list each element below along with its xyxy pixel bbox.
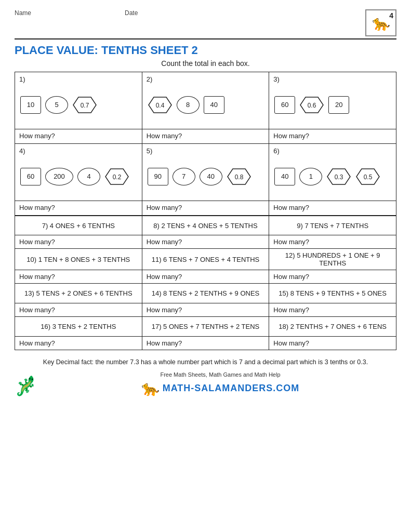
answer-4: How many? bbox=[15, 201, 142, 216]
word-12: 12) 5 HUNDREDS + 1 ONE + 9 TENTHS bbox=[269, 249, 396, 270]
answer-13: How many? bbox=[15, 303, 142, 317]
shape-hex-07: 0.7 bbox=[72, 96, 97, 114]
shape-hex-08: 0.8 bbox=[227, 168, 251, 185]
word-18: 18) 2 TENTHS + 7 ONES + 6 TENS bbox=[269, 317, 396, 337]
date-label: Date bbox=[125, 9, 138, 17]
box-4: 4) 60 200 4 0.2 bbox=[15, 144, 142, 201]
svg-text:0.6: 0.6 bbox=[308, 102, 316, 109]
footer-key-fact: Key Decimal fact: the number 7.3 has a w… bbox=[15, 357, 396, 367]
shape-square-90: 90 bbox=[148, 168, 168, 185]
word-10: 10) 1 TEN + 8 ONES + 3 TENTHS bbox=[15, 249, 142, 270]
word-grid: 7) 4 ONES + 6 TENTHS 8) 2 TENS + 4 ONES … bbox=[15, 216, 396, 350]
word-8: 8) 2 TENS + 4 ONES + 5 TENTHS bbox=[142, 216, 270, 235]
word-14: 14) 8 TENS + 2 TENTHS + 9 ONES bbox=[142, 284, 270, 303]
word-15: 15) 8 TENS + 9 TENTHS + 5 ONES bbox=[269, 284, 396, 303]
answer-5: How many? bbox=[142, 201, 270, 216]
answer-4-text: How many? bbox=[19, 204, 55, 211]
shape-hex-02: 0.2 bbox=[104, 168, 129, 185]
shape-hex-06: 0.6 bbox=[299, 96, 324, 114]
box-6-number: 6) bbox=[273, 147, 392, 155]
brand-logo-icon: 🐆 bbox=[141, 380, 160, 397]
brand-name: MATH-SALAMANDERS.COM bbox=[163, 383, 300, 394]
box-1: 1) 10 5 0.7 bbox=[15, 72, 142, 129]
shape-square-60b: 60 bbox=[20, 168, 41, 185]
answer-12: How many? bbox=[269, 270, 396, 284]
answer-7: How many? bbox=[15, 235, 142, 249]
brand-tagline: Free Math Sheets, Math Games and Math He… bbox=[160, 371, 280, 378]
shape-oval-4: 4 bbox=[77, 168, 100, 185]
name-date-area: Name Date bbox=[15, 9, 138, 17]
box-2-shapes: 0.4 8 40 bbox=[147, 85, 265, 124]
answer-18: How many? bbox=[269, 337, 396, 350]
shape-hex-03: 0.3 bbox=[326, 168, 351, 185]
svg-text:0.3: 0.3 bbox=[335, 174, 343, 181]
answer-9: How many? bbox=[269, 235, 396, 249]
answer-2-text: How many? bbox=[147, 132, 182, 140]
shape-grid: 1) 10 5 0.7 2) 0.4 8 40 3) 60 0.6 20 bbox=[15, 72, 396, 216]
gecko-icon: 🦎 bbox=[15, 375, 38, 397]
shape-square-20: 20 bbox=[328, 96, 349, 114]
shape-oval-1: 1 bbox=[299, 168, 322, 185]
answer-1-text: How many? bbox=[19, 132, 55, 140]
box-5-number: 5) bbox=[147, 147, 265, 155]
shape-oval-7: 7 bbox=[173, 168, 195, 185]
logo-box: 4 🐆 bbox=[365, 9, 396, 36]
svg-text:0.8: 0.8 bbox=[234, 174, 243, 181]
answer-6-text: How many? bbox=[273, 204, 309, 211]
answer-1: How many? bbox=[15, 129, 142, 144]
answer-11: How many? bbox=[142, 270, 270, 284]
box-3: 3) 60 0.6 20 bbox=[269, 72, 396, 129]
answer-15: How many? bbox=[269, 303, 396, 317]
box-1-shapes: 10 5 0.7 bbox=[19, 85, 138, 124]
answer-2: How many? bbox=[142, 129, 270, 144]
box-5: 5) 90 7 40 0.8 bbox=[142, 144, 270, 201]
page-title: PLACE VALUE: TENTHS SHEET 2 bbox=[15, 44, 396, 57]
svg-text:0.7: 0.7 bbox=[81, 102, 89, 109]
answer-3-text: How many? bbox=[273, 132, 309, 140]
word-13: 13) 5 TENS + 2 ONES + 6 TENTHS bbox=[15, 284, 142, 303]
logo-icon: 🐆 bbox=[372, 15, 390, 32]
answer-10: How many? bbox=[15, 270, 142, 284]
box-3-shapes: 60 0.6 20 bbox=[273, 85, 392, 124]
footer-area: 🦎 Free Math Sheets, Math Games and Math … bbox=[15, 371, 396, 397]
shape-square-40: 40 bbox=[204, 96, 224, 114]
answer-3: How many? bbox=[269, 129, 396, 144]
shape-square-10: 10 bbox=[20, 96, 41, 114]
box-2-number: 2) bbox=[147, 75, 265, 83]
shape-hex-05: 0.5 bbox=[355, 168, 380, 185]
box-1-number: 1) bbox=[19, 75, 138, 83]
svg-text:0.4: 0.4 bbox=[155, 102, 164, 109]
box-4-shapes: 60 200 4 0.2 bbox=[19, 157, 138, 196]
shape-oval-5: 5 bbox=[45, 96, 68, 114]
word-7: 7) 4 ONES + 6 TENTHS bbox=[15, 216, 142, 235]
answer-16: How many? bbox=[15, 337, 142, 350]
box-4-number: 4) bbox=[19, 147, 138, 155]
answer-14: How many? bbox=[142, 303, 270, 317]
word-17: 17) 5 ONES + 7 TENTHS + 2 TENS bbox=[142, 317, 270, 337]
shape-oval-8: 8 bbox=[177, 96, 200, 114]
answer-6: How many? bbox=[269, 201, 396, 216]
logo-number: 4 bbox=[389, 11, 393, 20]
shape-square-60a: 60 bbox=[274, 96, 295, 114]
shape-hex-04: 0.4 bbox=[148, 96, 173, 114]
svg-text:0.5: 0.5 bbox=[364, 174, 373, 181]
box-2: 2) 0.4 8 40 bbox=[142, 72, 270, 129]
box-6: 6) 40 1 0.3 0.5 bbox=[269, 144, 396, 201]
word-16: 16) 3 TENS + 2 TENTHS bbox=[15, 317, 142, 337]
word-9: 9) 7 TENS + 7 TENTHS bbox=[269, 216, 396, 235]
answer-17: How many? bbox=[142, 337, 270, 350]
box-5-shapes: 90 7 40 0.8 bbox=[147, 157, 265, 196]
key-fact-text: Key Decimal fact: the number 7.3 has a w… bbox=[43, 358, 368, 366]
answer-5-text: How many? bbox=[147, 204, 182, 211]
name-label: Name bbox=[15, 9, 31, 17]
answer-8: How many? bbox=[142, 235, 270, 249]
word-11: 11) 6 TENS + 7 ONES + 4 TENTHS bbox=[142, 249, 270, 270]
box-6-shapes: 40 1 0.3 0.5 bbox=[273, 157, 392, 196]
top-bar: Name Date 4 🐆 bbox=[15, 9, 396, 39]
shape-square-40c: 40 bbox=[274, 168, 295, 185]
subtitle: Count the total in each box. bbox=[15, 59, 396, 68]
shape-oval-200: 200 bbox=[45, 168, 73, 185]
box-3-number: 3) bbox=[273, 75, 392, 83]
shape-oval-40: 40 bbox=[200, 168, 222, 185]
svg-text:0.2: 0.2 bbox=[113, 174, 122, 181]
